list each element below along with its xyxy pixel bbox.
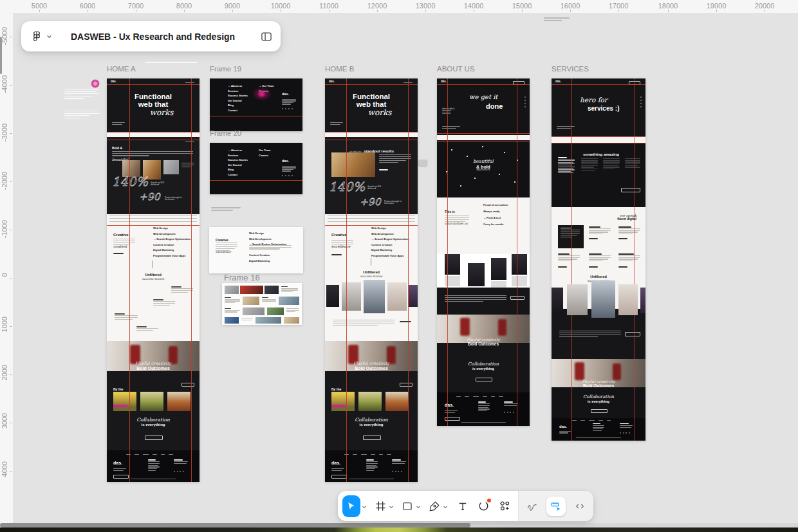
move-tool[interactable] [342,495,360,517]
hero-line: works [107,109,200,117]
home-a-section-creative[interactable]: Creative content Web DesignWeb Developme… [107,225,200,341]
frame-label-home-b[interactable]: HOME B [325,65,354,73]
actions-tool[interactable] [497,495,513,517]
photo [240,286,263,294]
chevron-down-icon[interactable] [46,33,52,39]
collab-title: is everything [437,367,530,371]
frame-tool[interactable] [373,495,389,517]
button[interactable] [445,417,460,421]
site-logo: das. [282,160,289,163]
portrait-photo [491,258,506,280]
home-b-section-results[interactable]: we deliver standout results 140% Growth … [325,137,418,214]
services-list: Web DesignWeb Development→ Search Engine… [249,232,286,246]
ruler-label: -1000 [1,220,8,238]
button[interactable] [331,475,347,479]
button[interactable] [625,332,640,336]
button[interactable] [145,436,163,440]
frame-label-about-us[interactable]: ABOUT US [437,65,475,73]
services-footer[interactable]: das. [552,418,645,441]
section-title: beautiful [437,160,530,165]
button[interactable] [363,436,381,440]
home-a-section-bold[interactable]: Bold & beautiful 140% Growth on ROI deli… [107,137,200,214]
button[interactable] [591,409,608,413]
services-section-collab[interactable]: Collaboration is everything [552,387,645,418]
home-b-footer[interactable]: das. [325,450,418,482]
frame-19[interactable]: → About usServicesSuccess StoriesGet Sta… [210,78,302,131]
frame-label-frame16[interactable]: Frame 16 [224,273,260,282]
services-section-digital[interactable]: we speak fluent digital Unfiltered succe… [552,207,645,309]
frame-label-frame19[interactable]: Frame 19 [210,65,241,73]
button[interactable] [113,475,129,479]
code-icon[interactable] [574,500,586,512]
collab-title: is everything [325,423,418,427]
panel-toggle-icon[interactable] [260,30,273,43]
portrait-photo [387,282,407,311]
frame-about-us[interactable]: das. we get it done white to black unriv… [437,78,530,426]
chevron-down-icon[interactable] [389,500,394,512]
portrait-photo [364,280,385,313]
text-tool[interactable] [455,495,471,517]
file-title[interactable]: DASWEB - Ux Research and Redesign [71,32,260,42]
services-section-amazing[interactable]: something amazing [552,143,645,207]
about-hero[interactable]: das. we get it done white to black unriv… [437,78,530,135]
button[interactable] [510,296,524,300]
frame-16[interactable] [222,283,302,325]
overlay-title: Bold Outcomes [325,366,418,371]
stat-label: Projects brought to the market [384,201,404,205]
footer-logo: das. [559,425,567,428]
vertical-scrollbar[interactable] [0,37,2,74]
about-section-bottom[interactable]: Playful creativity Bold Outcomes Collabo… [437,288,530,392]
figma-logo-icon[interactable] [30,30,43,43]
ruler-horizontal[interactable]: 5000 6000 7000 8000 9000 10000 11000 120… [0,0,798,13]
frame-label-services[interactable]: SERVICES [552,65,589,73]
canvas-note [544,17,570,21]
ruler-vertical[interactable]: -5000 -4000 -3000 -2000 -1000 0 1000 200… [0,13,13,532]
stat-label: Growth on ROI delivered [151,182,169,187]
frame-services[interactable]: das. hero for services :) something amaz… [552,78,645,441]
section-title: Creative [113,233,129,237]
comment-pin[interactable] [91,79,100,88]
home-b-section-playbook[interactable]: By the playbook Collaboration is everyth… [325,371,418,450]
frame-home-b[interactable]: das. Functional web that works we delive… [325,78,418,482]
button[interactable] [621,188,640,192]
home-b-section-creative[interactable]: Creative excellence Web DesignWeb Develo… [325,225,418,341]
chevron-down-icon[interactable] [443,500,448,512]
measure-icon[interactable] [546,497,566,516]
photo [279,297,299,305]
button[interactable] [629,81,640,85]
horizontal-scrollbar-thumb[interactable] [0,523,470,527]
services-hero[interactable]: das. hero for services :) [552,78,645,136]
chevron-down-icon[interactable] [362,500,367,512]
frame-creative-excellence[interactable]: Creative excellence Web DesignWeb Develo… [209,227,303,273]
product-photo [140,392,163,411]
hero-line: services :) [588,105,619,113]
button[interactable] [476,378,492,381]
about-section-beautiful[interactable]: beautiful & bold digital products [437,140,530,197]
chevron-down-icon[interactable] [416,500,421,512]
coming-soon-tag [113,405,127,407]
collab-title: Collaboration [107,417,200,423]
frame-label-home-a[interactable]: HOME A [107,65,136,73]
canvas-note [211,207,241,211]
portrait-photo [445,254,460,275]
home-b-hero[interactable]: das. Functional web that works [325,78,418,132]
frame-home-a[interactable]: das. Functional web that works Bold & be… [107,78,200,482]
home-a-footer[interactable]: das. [107,450,200,482]
comment-tool[interactable] [476,495,492,517]
annotate-icon[interactable] [526,500,538,512]
pen-tool[interactable] [427,495,443,517]
canvas-widget[interactable] [418,160,427,166]
button[interactable] [513,81,524,85]
about-section-defines[interactable]: This is what defines us Proud of our cul… [437,197,530,254]
frame-20[interactable]: → About usServicesSuccess StoriesGet Sta… [210,143,302,194]
ruler-label: 8000 [176,2,192,10]
home-a-hero[interactable]: das. Functional web that works [107,78,200,132]
button[interactable] [181,383,194,387]
about-footer[interactable]: das. [437,392,530,426]
button[interactable] [400,383,413,387]
frame-label-frame20[interactable]: Frame 20 [210,129,241,137]
shape-tool[interactable] [400,495,416,517]
home-a-section-playbook[interactable]: By the playbook Collaboration is everyth… [107,371,200,450]
about-team-grid[interactable] [437,254,530,288]
overlay-title: Bold Outcomes [107,366,200,371]
